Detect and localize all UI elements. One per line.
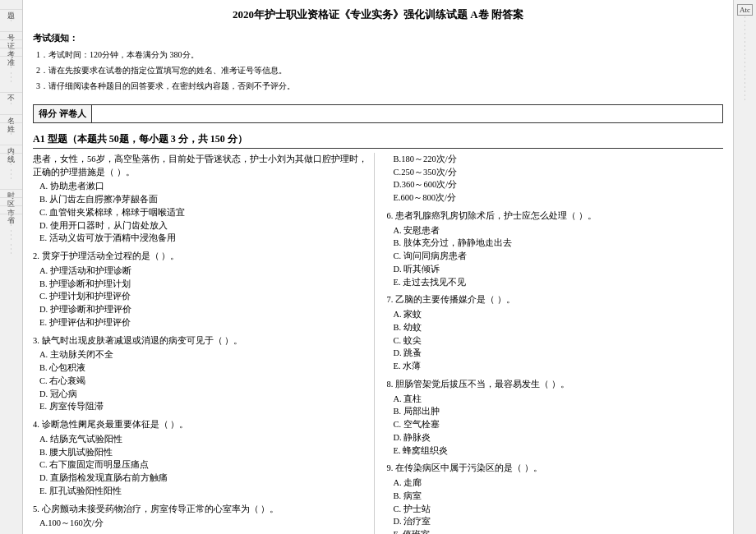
sidebar-exam: 考: [0, 42, 22, 48]
q9-text: 在传染病区中属于污染区的是（ ）。: [395, 463, 542, 472]
option-6d: D. 听其倾诉: [394, 263, 724, 276]
option-8b: B. 局部出肿: [394, 405, 724, 418]
sidebar-dots-7: ···: [7, 169, 15, 182]
sidebar-name: 名: [0, 108, 22, 115]
option-4b: B. 腰大肌试验阳性: [39, 446, 370, 459]
right-dots-5: ···: [741, 66, 749, 78]
sidebar-dots-2: ···: [7, 58, 15, 71]
option-5e: E.600～800次/分: [394, 191, 724, 205]
option-3a: A. 主动脉关闭不全: [39, 348, 370, 361]
option-8c: C. 空气栓塞: [394, 418, 724, 431]
option-6e: E. 走过去找见不见: [394, 276, 724, 289]
sidebar-district-label: 区: [6, 194, 16, 195]
right-dots-4: ···: [741, 53, 749, 66]
sidebar-inner-label: 内: [6, 141, 16, 142]
option-4c: C. 右下腹固定而明显压痛点: [39, 458, 370, 472]
option-9c: C. 护士站: [394, 503, 724, 516]
left-column: 患者，女性，56岁，高空坠落伤，目前处于昏迷状态，护士小刘为其做口腔护理时，正确…: [33, 153, 375, 534]
score-reviewer: [92, 106, 147, 121]
sidebar-dots-10: ···: [7, 244, 15, 256]
question-1-text: 患者，女性，56岁，高空坠落伤，目前处于昏迷状态，护士小刘为其做口腔护理时，正确…: [33, 153, 370, 179]
question-3: 3. 缺气时出现皮肤著减退或消退的病变可见于（ ）。 A. 主动脉关闭不全 B.…: [33, 334, 370, 414]
sidebar-number: 号: [0, 25, 22, 32]
question-5: 5. 心房颤动未接受药物治疗，房室传导正常的心室率为（ ）。 A.100～160…: [33, 503, 370, 531]
option-1e: E. 活动义齿可放于酒精中浸泡备用: [39, 232, 370, 245]
option-6b: B. 肢体充分过，静静地走出去: [394, 237, 724, 250]
option-7e: E. 水薄: [394, 360, 724, 373]
option-2c: C. 护理计划和护理评价: [39, 290, 370, 303]
option-5b: B.180～220次/分: [394, 153, 724, 166]
option-4e: E. 肛孔试验阳性阳性: [39, 485, 370, 498]
sidebar-dots-8: ···: [7, 216, 15, 228]
instruction-1: 1．考试时间：120分钟，本卷满分为 380分。: [33, 48, 723, 62]
question-7-text: 7. 乙脑的主要传播媒介是（ ）。: [387, 293, 724, 306]
option-3c: C. 右心衰竭: [39, 375, 370, 388]
option-2b: B. 护理诊断和护理计划: [39, 278, 370, 291]
question-9-text: 9. 在传染病区中属于污染区的是（ ）。: [387, 462, 724, 475]
option-4a: A. 结肠充气试验阳性: [39, 433, 370, 446]
question-1: 患者，女性，56岁，高空坠落伤，目前处于昏迷状态，护士小刘为其做口腔护理时，正确…: [33, 153, 370, 245]
sidebar-name-label: 名: [6, 111, 16, 112]
option-7a: A. 家蚊: [394, 308, 724, 321]
option-3e: E. 房室传导阻滞: [39, 400, 370, 413]
left-sidebar: 题 ··· 号 证 考 准 ··· ··· 不 ··· 名 姓 ··· 内 线 …: [0, 0, 23, 534]
question-8-text: 8. 胆肠管架觉后拔压不当，最容易发生（ ）。: [387, 378, 724, 391]
option-7d: D. 跳蚤: [394, 347, 724, 360]
question-4-text: 4. 诊断急性阑尾炎最重要体征是（ ）。: [33, 418, 370, 431]
q8-num: 8.: [387, 380, 394, 389]
option-1c: C. 血管钳夹紧棉球，棉球于咽喉适宜: [39, 206, 370, 219]
right-dots-7: ···: [741, 90, 749, 103]
sidebar-not: 不: [0, 86, 22, 93]
instruction-2: 2．请在先按要求在试卷的指定位置填写您的姓名、准考证号等信息。: [33, 63, 723, 77]
sidebar-dots-5: ···: [7, 125, 15, 137]
instruction-3: 3．请仔细阅读各种题目的回答要求，在密封线内容题，否则不予评分。: [33, 79, 723, 93]
question-9: 9. 在传染病区中属于污染区的是（ ）。 A. 走廊 B. 病室 C. 护士站 …: [387, 462, 724, 534]
q3-num: 3.: [33, 336, 39, 345]
exam-title: 2020年护士职业资格证《专业实务》强化训练试题 A卷 附答案: [33, 7, 723, 24]
question-5-options-partial: A.100～160次/分: [33, 517, 370, 530]
option-1d: D. 使用开口器时，从门齿处放入: [39, 219, 370, 232]
option-9e: E. 值班室: [394, 528, 724, 534]
right-dots-2: ···: [741, 29, 749, 41]
sidebar-province-label: 省: [6, 210, 16, 211]
question-6-options: A. 安慰患者 B. 肢体充分过，静静地走出去 C. 询问同病房患者 D. 听其…: [387, 224, 724, 289]
question-1-options: A. 协助患者漱口 B. 从门齿左自腭擦净芽龈各面 C. 血管钳夹紧棉球，棉球于…: [33, 180, 370, 245]
option-1b: B. 从门齿左自腭擦净芽龈各面: [39, 193, 370, 206]
q4-text: 诊断急性阑尾炎最重要体征是（ ）。: [42, 420, 189, 429]
question-6-text: 6. 患者乳腺癌乳房切除术后，护士应怎么处理（ ）。: [387, 209, 724, 223]
option-5a: A.100～160次/分: [39, 517, 370, 530]
question-5-text: 5. 心房颤动未接受药物治疗，房室传导正常的心室率为（ ）。: [33, 503, 370, 516]
sidebar-topic-label: 题: [6, 6, 16, 7]
option-9d: D. 治疗室: [394, 515, 724, 528]
question-5-cont: B.180～220次/分 C.250～350次/分 D.360～600次/分 E…: [387, 153, 724, 205]
option-8d: D. 静脉炎: [394, 431, 724, 444]
option-2a: A. 护理活动和护理诊断: [39, 265, 370, 278]
option-3d: D. 冠心病: [39, 388, 370, 401]
instructions-title: 考试须知：: [33, 32, 723, 44]
question-9-options: A. 走廊 B. 病室 C. 护士站 D. 治疗室 E. 值班室: [387, 476, 724, 534]
right-dots-6: ···: [741, 78, 749, 90]
type-label: A1 型题（本题共 50题，每小题 3 分，共 150 分）: [33, 132, 723, 149]
columns: 患者，女性，56岁，高空坠落伤，目前处于昏迷状态，护士小刘为其做口腔护理时，正确…: [33, 153, 723, 534]
sidebar-line-label: 线: [6, 150, 16, 150]
score-box: 得分 评卷人: [33, 104, 723, 123]
sidebar-time: 时: [0, 183, 22, 190]
right-sidebar: Atc ··· ··· ··· ··· ··· ··· ···: [733, 0, 756, 534]
question-6: 6. 患者乳腺癌乳房切除术后，护士应怎么处理（ ）。 A. 安慰患者 B. 肢体…: [387, 209, 724, 289]
sidebar-cert-label: 证: [6, 36, 16, 37]
q4-num: 4.: [33, 420, 39, 429]
sidebar-ready-label: 准: [6, 53, 16, 53]
q5-text: 心房颤动未接受药物治疗，房室传导正常的心室率为（ ）。: [42, 504, 279, 513]
sidebar-dots-3: ···: [7, 72, 15, 85]
score-label: 得分 评卷人: [34, 105, 92, 122]
option-2e: E. 护理评估和护理评价: [39, 316, 370, 329]
question-3-options: A. 主动脉关闭不全 B. 心包积液 C. 右心衰竭 D. 冠心病 E. 房室传…: [33, 348, 370, 413]
sidebar-dots-4: ···: [7, 94, 15, 107]
option-9b: B. 病室: [394, 490, 724, 503]
q3-text: 缺气时出现皮肤著减退或消退的病变可见于（ ）。: [42, 336, 243, 345]
option-4d: D. 直肠指检发现直肠右前方触痛: [39, 472, 370, 485]
sidebar-dots-6: ···: [7, 155, 15, 168]
right-dots-3: ···: [741, 41, 749, 53]
q9-num: 9.: [387, 463, 394, 472]
question-5-cont-options: B.180～220次/分 C.250～350次/分 D.360～600次/分 E…: [387, 153, 724, 205]
